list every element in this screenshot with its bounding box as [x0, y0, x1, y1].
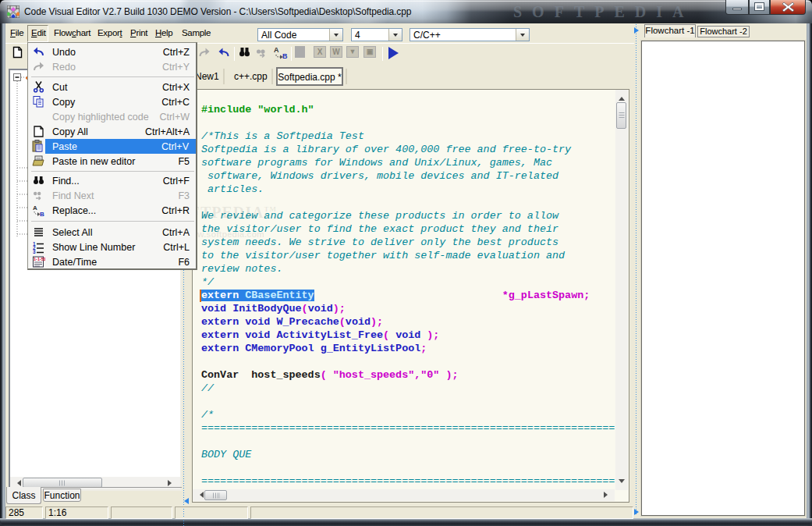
svg-text:B: B — [40, 211, 44, 217]
svg-text:B: B — [282, 52, 288, 59]
svg-text:A: A — [274, 46, 279, 54]
svg-text:1-1-51: 1-1-51 — [34, 257, 45, 261]
svg-text:3: 3 — [33, 249, 36, 254]
svg-text:A: A — [33, 204, 37, 211]
